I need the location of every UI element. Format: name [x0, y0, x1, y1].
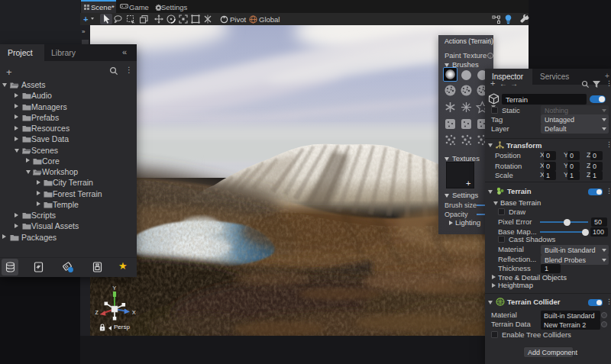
- svg-text:Y: Y: [113, 285, 117, 291]
- svg-text:Z: Z: [95, 310, 99, 315]
- svg-text:X: X: [132, 310, 136, 315]
